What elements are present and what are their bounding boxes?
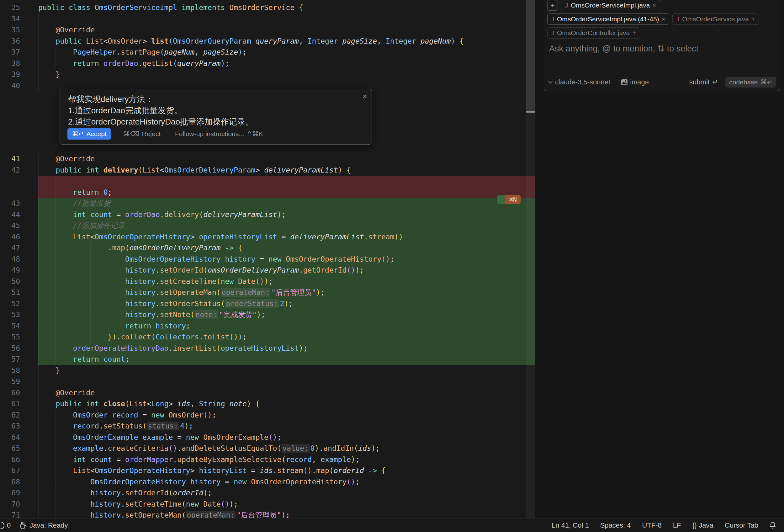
code-line[interactable]: 70 history.setCreateTime(new Date()); <box>0 499 535 510</box>
line-number[interactable]: 65 <box>0 443 20 454</box>
problems-indicator[interactable]: 0 <box>1 521 11 530</box>
suggested-context-chip[interactable]: J OmsOrderController.java + <box>547 27 640 38</box>
line-number[interactable]: 45 <box>0 220 20 231</box>
code-line[interactable]: 36 public List<OmsOrder> list(OmsOrderQu… <box>0 36 535 47</box>
code-line[interactable]: 59 <box>0 376 535 387</box>
add-context-icon[interactable]: + <box>632 29 636 37</box>
code-line[interactable]: 37 PageHelper.startPage(pageNum, pageSiz… <box>0 47 535 58</box>
line-number[interactable]: 41 <box>0 153 20 165</box>
line-number[interactable]: 49 <box>0 265 20 276</box>
line-number[interactable]: 63 <box>0 421 20 432</box>
line-number[interactable]: 69 <box>0 487 20 499</box>
code-line[interactable]: 68 OmsOrderOperateHistory history = new … <box>0 476 535 488</box>
deleted-code-line[interactable] <box>0 176 535 187</box>
editor-scrollbar-thumb[interactable] <box>526 0 535 112</box>
cursor-position[interactable]: Ln 41, Col 1 <box>552 521 589 530</box>
code-line[interactable]: 60 @Override <box>0 387 535 399</box>
code-line[interactable]: 35 @Override <box>0 25 535 36</box>
code-line[interactable]: 25public class OmsOrderServiceImpl imple… <box>0 2 535 13</box>
line-number[interactable]: 37 <box>0 47 20 58</box>
line-number[interactable]: 51 <box>0 287 20 298</box>
encoding[interactable]: UTF-8 <box>642 521 662 530</box>
line-number[interactable]: 34 <box>0 13 20 25</box>
code-line[interactable]: 44 int count = orderDao.delivery(deliver… <box>0 209 535 221</box>
add-context-icon[interactable]: + <box>751 16 755 23</box>
remove-context-icon[interactable]: × <box>652 2 656 9</box>
code-line[interactable]: 54 return history; <box>0 320 535 332</box>
line-number[interactable]: 38 <box>0 58 20 69</box>
code-line[interactable]: 57 return count; <box>0 354 535 365</box>
line-number[interactable]: 42 <box>0 165 20 176</box>
line-number[interactable]: 57 <box>0 354 20 365</box>
line-number[interactable]: 68 <box>0 476 20 488</box>
line-number[interactable]: 61 <box>0 398 20 410</box>
code-line[interactable]: 43 //批量发货 <box>0 198 535 209</box>
chat-input[interactable]: Ask anything, @ to mention, ⇅ to select <box>549 44 777 54</box>
line-number[interactable]: 62 <box>0 410 20 421</box>
line-number[interactable]: 39 <box>0 69 20 80</box>
line-number[interactable]: 35 <box>0 25 20 36</box>
line-number[interactable]: 59 <box>0 376 20 387</box>
code-line[interactable]: 48 OmsOrderOperateHistory history = new … <box>0 254 535 265</box>
code-line[interactable]: 66 int count = orderMapper.updateByExamp… <box>0 454 535 466</box>
line-number[interactable]: 48 <box>0 254 20 265</box>
code-line[interactable]: 58 } <box>0 365 535 376</box>
code-line[interactable]: 64 OmsOrderExample example = new OmsOrde… <box>0 432 535 443</box>
eol-setting[interactable]: LF <box>673 521 681 530</box>
codebase-button[interactable]: codebase ⌘↵ <box>725 77 776 87</box>
context-chip[interactable]: J OmsOrderServiceImpl.java (41-45) × <box>547 13 669 25</box>
line-number[interactable]: 58 <box>0 365 20 376</box>
line-number[interactable]: 71 <box>0 510 20 518</box>
deleted-code-line[interactable]: return 0; <box>0 187 535 198</box>
code-line[interactable]: 38 return orderDao.getList(queryParam); <box>0 58 535 69</box>
line-number[interactable]: 70 <box>0 499 20 510</box>
cursor-tab-toggle[interactable]: Cursor Tab <box>725 521 758 530</box>
line-number[interactable]: 60 <box>0 387 20 399</box>
line-number[interactable]: 43 <box>0 198 20 209</box>
close-icon[interactable]: × <box>363 92 367 101</box>
suggested-context-chip[interactable]: J OmsOrderService.java + <box>672 13 759 25</box>
code-line[interactable]: 52 history.setOrderStatus(orderStatus:2)… <box>0 298 535 310</box>
code-line[interactable]: 34 <box>0 13 535 25</box>
add-context-button[interactable]: + <box>547 0 558 11</box>
reject-button[interactable]: ⌘⌫ Reject <box>122 128 163 140</box>
line-number[interactable]: 44 <box>0 209 20 221</box>
line-number[interactable]: 66 <box>0 454 20 466</box>
code-line[interactable]: 50 history.setCreateTime(new Date()); <box>0 276 535 287</box>
code-editor[interactable]: 25public class OmsOrderServiceImpl imple… <box>0 0 535 518</box>
line-number[interactable]: 36 <box>0 36 20 47</box>
language-mode[interactable]: {} Java <box>693 521 713 530</box>
bell-icon[interactable] <box>769 522 776 529</box>
code-line[interactable]: 67 List<OmsOrderOperateHistory> historyL… <box>0 465 535 476</box>
code-line[interactable]: 49 history.setOrderId(omsOrderDeliveryPa… <box>0 265 535 276</box>
model-selector[interactable]: claude-3.5-sonnet <box>548 78 610 86</box>
code-line[interactable]: 71 history.setOperateMan(operateMan:"后台管… <box>0 510 535 518</box>
code-line[interactable]: 45 //添加操作记录 <box>0 220 535 231</box>
line-number[interactable]: 54 <box>0 320 20 332</box>
line-number[interactable]: 25 <box>0 2 20 13</box>
line-number[interactable]: 67 <box>0 465 20 476</box>
accept-button[interactable]: ⌘↵ Accept <box>67 128 111 140</box>
line-number[interactable]: 50 <box>0 276 20 287</box>
submit-button[interactable]: submit ↵ <box>688 78 720 87</box>
line-number[interactable]: 53 <box>0 309 20 320</box>
code-line[interactable]: 65 example.createCriteria().andDeleteSta… <box>0 443 535 454</box>
line-number[interactable]: 40 <box>0 80 20 92</box>
code-line[interactable]: 46 List<OmsOrderOperateHistory> operateH… <box>0 231 535 243</box>
code-line[interactable]: 47 .map(omsOrderDeliveryParam -> { <box>0 243 535 254</box>
line-number[interactable]: 52 <box>0 298 20 310</box>
code-line[interactable]: 42 public int delivery(List<OmsOrderDeli… <box>0 165 535 176</box>
code-line[interactable]: 55 }).collect(Collectors.toList()); <box>0 332 535 343</box>
followup-instructions-button[interactable]: Follow-up instructions... ⇧⌘K <box>173 128 265 140</box>
indentation-setting[interactable]: Spaces: 4 <box>600 521 631 530</box>
code-line[interactable]: 41 @Override <box>0 153 535 165</box>
line-number[interactable]: 46 <box>0 231 20 243</box>
code-line[interactable]: 61 public int close(List<Long> ids, Stri… <box>0 398 535 410</box>
line-number[interactable]: 55 <box>0 332 20 343</box>
code-line[interactable]: 51 history.setOperateMan(operateMan:"后台管… <box>0 287 535 298</box>
line-number[interactable]: 47 <box>0 243 20 254</box>
line-number[interactable]: 64 <box>0 432 20 443</box>
code-line[interactable]: 53 history.setNote(note:"完成发货"); <box>0 309 535 320</box>
remove-context-icon[interactable]: × <box>662 16 666 23</box>
code-line[interactable]: 69 history.setOrderId(orderId); <box>0 487 535 499</box>
